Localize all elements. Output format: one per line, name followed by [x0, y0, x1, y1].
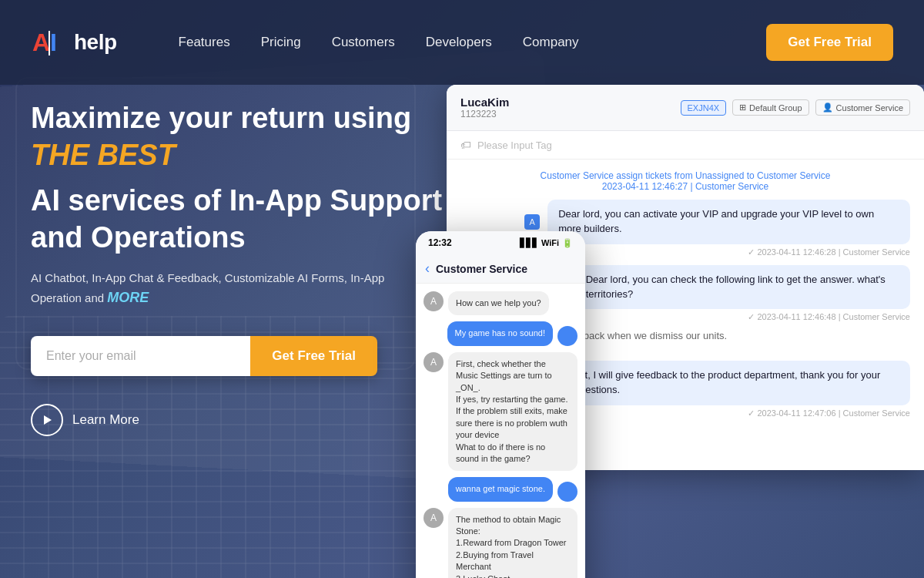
msg-bubble-2: Dear lord, you can check the following l…	[575, 265, 910, 310]
learn-more-text: Learn More	[72, 412, 139, 428]
hero-title-prefix: Maximize your return using	[31, 102, 411, 134]
mobile-bubble-4: wanna get magic stone.	[448, 477, 553, 501]
mobile-bubble-5: The method to obtain Magic Stone: 1.Rewa…	[448, 508, 578, 578]
mobile-msg-4: wanna get magic stone.	[424, 477, 578, 501]
nav-developers[interactable]: Developers	[426, 35, 492, 50]
learn-more[interactable]: Learn More	[31, 404, 477, 436]
mobile-chat-title: Customer Service	[436, 263, 527, 275]
signal-icon: ▋▋▋	[520, 238, 538, 248]
mobile-status-bar: 12:32 ▋▋▋ WiFi 🔋	[416, 231, 585, 254]
nav-features[interactable]: Features	[179, 35, 230, 50]
mobile-msg-2: My game has no sound!	[424, 321, 578, 345]
mobile-chat-window: 12:32 ▋▋▋ WiFi 🔋 ‹ Customer Service A Ho…	[416, 231, 585, 578]
hero-cta-button[interactable]: Get Free Trial	[250, 336, 377, 376]
mobile-avatar-2: A	[424, 352, 444, 372]
logo-text: help	[74, 30, 117, 55]
chat-user-info: LucaKim 1123223	[460, 96, 671, 119]
chat-header: LucaKim 1123223 EXJN4X ⊞ Default Group 👤…	[447, 85, 924, 131]
badge-cs: 👤 Customer Service	[815, 99, 910, 116]
badge-group-text: Default Group	[749, 103, 802, 113]
mobile-time: 12:32	[428, 237, 452, 248]
hero-desc: AI Chatbot, In-App Chat & Feedback, Cust…	[31, 270, 477, 308]
logo-icon: AI	[31, 23, 69, 62]
hero-subtitle: AI services of In-App Support and Operat…	[31, 183, 477, 256]
msg-meta-3: ✓ 2023-04-11 12:47:06 | Customer Service	[748, 408, 910, 418]
mobile-avatar-1: A	[424, 291, 444, 311]
system-time: 2023-04-11 12:46:27 | Customer Service	[602, 181, 769, 192]
group-icon: ⊞	[739, 102, 746, 113]
logo[interactable]: AI help	[31, 23, 117, 62]
hero-content: Maximize your return using THE BEST AI s…	[31, 100, 477, 436]
hero-title: Maximize your return using THE BEST	[31, 100, 477, 173]
msg-meta-1: ✓ 2023-04-11 12:46:28 | Customer Service	[748, 247, 910, 257]
chat-tag-bar: 🏷 Please Input Tag	[447, 131, 924, 160]
email-form: Get Free Trial	[31, 336, 377, 376]
right-panel: LucaKim 1123223 EXJN4X ⊞ Default Group 👤…	[416, 85, 924, 578]
chat-userid: 1123223	[460, 109, 671, 119]
system-message: Customer Service assign tickets from Una…	[460, 170, 910, 192]
svg-marker-2	[44, 415, 52, 425]
mobile-status-icons: ▋▋▋ WiFi 🔋	[520, 238, 573, 248]
cs-icon: 👤	[822, 102, 833, 113]
mobile-back-button[interactable]: ‹	[425, 260, 430, 277]
msg-meta-2: ✓ 2023-04-11 12:46:48 | Customer Service	[748, 312, 910, 322]
email-input[interactable]	[31, 336, 250, 376]
mobile-chat-body: A How can we help you? My game has no so…	[416, 284, 585, 578]
badge-id: EXJN4X	[681, 100, 727, 116]
chat-username: LucaKim	[460, 96, 671, 109]
tag-icon: 🏷	[460, 139, 471, 151]
badge-cs-text: Customer Service	[836, 103, 903, 113]
play-button[interactable]	[31, 404, 63, 436]
tag-placeholder: Please Input Tag	[477, 139, 552, 151]
msg-bubble-3: Got it, I will give feedback to the prod…	[553, 361, 910, 405]
mobile-user-avatar-2	[557, 482, 578, 502]
mobile-msg-3: A First, check whether the Music Setting…	[424, 352, 578, 472]
mobile-avatar-3: A	[424, 508, 444, 528]
nav-company[interactable]: Company	[523, 35, 579, 50]
nav-customers[interactable]: Customers	[332, 35, 395, 50]
battery-icon: 🔋	[562, 238, 573, 248]
nav-links: Features Pricing Customers Developers Co…	[179, 35, 767, 50]
agent-icon-1: A	[524, 214, 540, 230]
nav-cta-button[interactable]: Get Free Trial	[766, 24, 893, 61]
mobile-bubble-3: First, check whether the Music Settings …	[448, 352, 578, 472]
badge-group: ⊞ Default Group	[732, 99, 808, 116]
chat-badges: EXJN4X ⊞ Default Group 👤 Customer Servic…	[681, 99, 910, 116]
play-icon	[42, 415, 52, 425]
mobile-header: ‹ Customer Service	[416, 254, 585, 284]
nav-pricing[interactable]: Pricing	[261, 35, 301, 50]
mobile-bubble-1: How can we help you?	[448, 291, 549, 315]
wifi-icon: WiFi	[541, 238, 559, 247]
mobile-msg-1: A How can we help you?	[424, 291, 578, 315]
svg-text:AI: AI	[32, 29, 57, 56]
msg-bubble-1: Dear lord, you can activate your VIP and…	[547, 200, 910, 244]
hero-more: MORE	[107, 290, 149, 305]
mobile-bubble-2: My game has no sound!	[447, 321, 553, 345]
navbar: AI help Features Pricing Customers Devel…	[0, 0, 924, 85]
mobile-msg-5: A The method to obtain Magic Stone: 1.Re…	[424, 508, 578, 578]
hero-title-highlight: THE BEST	[31, 139, 176, 171]
mobile-user-avatar	[557, 326, 578, 346]
